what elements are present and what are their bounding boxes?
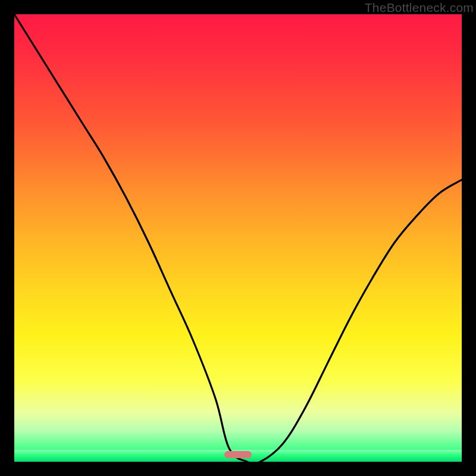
watermark-text: TheBottleneck.com <box>365 1 474 15</box>
chart-frame: TheBottleneck.com <box>0 0 476 476</box>
plot-area <box>14 14 462 462</box>
optimal-range-marker <box>224 451 251 458</box>
bottleneck-curve <box>14 14 462 462</box>
curve-layer <box>14 14 462 462</box>
